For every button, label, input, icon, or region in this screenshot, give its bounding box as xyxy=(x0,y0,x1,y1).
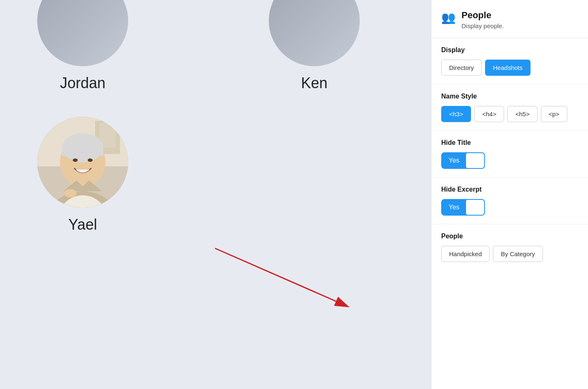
people-filter-label: People xyxy=(441,233,578,240)
hide-title-toggle-switch[interactable] xyxy=(466,153,484,168)
person-card-jordan: Jordan xyxy=(25,0,141,92)
display-headshots-button[interactable]: Headshots xyxy=(485,60,531,76)
ken-name: Ken xyxy=(301,74,327,92)
svg-point-11 xyxy=(64,189,76,197)
hide-excerpt-toggle[interactable]: Yes xyxy=(441,199,485,216)
yael-avatar xyxy=(37,117,128,208)
svg-point-10 xyxy=(88,158,93,162)
hide-title-toggle[interactable]: Yes xyxy=(441,152,485,169)
hide-excerpt-section: Hide Excerpt Yes xyxy=(431,178,588,224)
people-handpicked-button[interactable]: Handpicked xyxy=(441,246,490,262)
display-section: Display Directory Headshots xyxy=(431,38,588,84)
top-people-row: Jordan Ken xyxy=(25,0,372,92)
name-style-label: Name Style xyxy=(441,93,578,100)
name-style-section: Name Style <h3> <h4> <h5> <p> xyxy=(431,84,588,131)
sidebar-title: People xyxy=(461,10,504,21)
person-card-ken: Ken xyxy=(256,0,372,92)
svg-point-9 xyxy=(73,158,78,162)
display-label: Display xyxy=(441,46,578,54)
people-by-category-button[interactable]: By Category xyxy=(493,246,543,262)
name-style-p-button[interactable]: <p> xyxy=(541,106,567,122)
ken-avatar xyxy=(269,0,360,66)
sidebar-description: Display people. xyxy=(461,22,504,29)
sidebar: 👥 People Display people. Display Directo… xyxy=(431,0,588,389)
jordan-avatar xyxy=(37,0,128,66)
name-style-button-group: <h3> <h4> <h5> <p> xyxy=(441,106,578,122)
hide-excerpt-toggle-switch[interactable] xyxy=(466,200,484,215)
arrow-annotation xyxy=(207,240,372,323)
main-content: Jordan Ken xyxy=(0,0,431,389)
hide-title-label: Hide Title xyxy=(441,139,578,146)
yael-name: Yael xyxy=(68,216,97,233)
hide-title-section: Hide Title Yes xyxy=(431,131,588,178)
people-filter-button-group: Handpicked By Category xyxy=(441,246,578,262)
people-filter-section: People Handpicked By Category xyxy=(431,224,588,270)
display-directory-button[interactable]: Directory xyxy=(441,60,482,76)
people-icon: 👥 xyxy=(441,11,456,24)
display-button-group: Directory Headshots xyxy=(441,60,578,76)
sidebar-header: 👥 People Display people. xyxy=(431,0,588,38)
hide-excerpt-label: Hide Excerpt xyxy=(441,186,578,193)
name-style-h5-button[interactable]: <h5> xyxy=(507,106,537,122)
sidebar-header-text: People Display people. xyxy=(461,10,504,29)
svg-line-13 xyxy=(215,248,347,306)
name-style-h3-button[interactable]: <h3> xyxy=(441,106,471,122)
jordan-name: Jordan xyxy=(60,74,105,92)
svg-rect-8 xyxy=(62,148,103,156)
hide-excerpt-toggle-label: Yes xyxy=(442,200,466,214)
hide-title-toggle-label: Yes xyxy=(442,154,466,168)
person-card-yael: Yael xyxy=(25,117,141,233)
name-style-h4-button[interactable]: <h4> xyxy=(474,106,504,122)
